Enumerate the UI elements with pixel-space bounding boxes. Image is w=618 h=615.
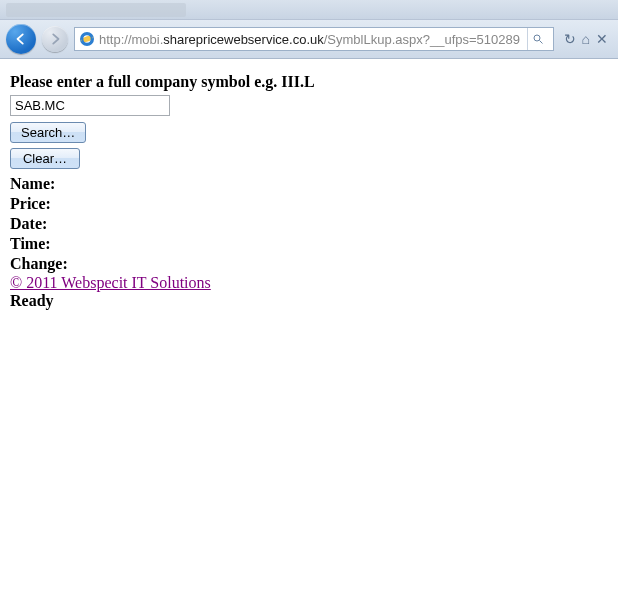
name-label: Name: xyxy=(10,174,608,194)
symbol-input[interactable] xyxy=(10,95,170,116)
time-label: Time: xyxy=(10,234,608,254)
status-text: Ready xyxy=(10,292,608,310)
page-content: Please enter a full company symbol e.g. … xyxy=(0,59,618,324)
date-label: Date: xyxy=(10,214,608,234)
stop-icon[interactable]: ✕ xyxy=(596,31,608,47)
nav-toolbar: http://mobi.sharepricewebservice.co.uk/S… xyxy=(0,20,618,58)
svg-line-4 xyxy=(540,41,543,44)
price-label: Price: xyxy=(10,194,608,214)
chrome-right-controls: ↻ ⌂ ✕ xyxy=(560,31,612,47)
ie-icon xyxy=(79,31,95,47)
forward-button[interactable] xyxy=(42,26,68,52)
clear-button[interactable]: Clear… xyxy=(10,148,80,169)
svg-point-3 xyxy=(534,35,540,41)
change-label: Change: xyxy=(10,254,608,274)
browser-chrome: http://mobi.sharepricewebservice.co.uk/S… xyxy=(0,0,618,59)
arrow-right-icon xyxy=(48,32,62,46)
prompt-label: Please enter a full company symbol e.g. … xyxy=(10,73,608,91)
tab-title-blurred xyxy=(6,3,186,17)
back-button[interactable] xyxy=(6,24,36,54)
arrow-left-icon xyxy=(14,32,28,46)
copyright-link[interactable]: © 2011 Webspecit IT Solutions xyxy=(10,274,211,291)
address-bar[interactable]: http://mobi.sharepricewebservice.co.uk/S… xyxy=(74,27,554,51)
tab-strip xyxy=(0,0,618,20)
home-icon[interactable]: ⌂ xyxy=(582,31,590,47)
url-text: http://mobi.sharepricewebservice.co.uk/S… xyxy=(99,32,527,47)
footer-link: © 2011 Webspecit IT Solutions xyxy=(10,274,608,292)
refresh-icon[interactable]: ↻ xyxy=(564,31,576,47)
search-icon[interactable] xyxy=(527,28,549,50)
search-button[interactable]: Search… xyxy=(10,122,86,143)
